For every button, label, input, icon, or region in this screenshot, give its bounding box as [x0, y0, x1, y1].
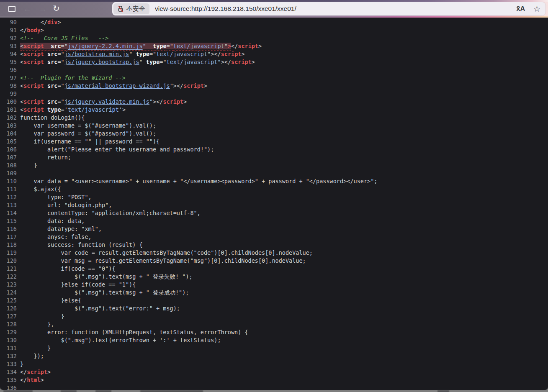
code-token: =' — [61, 106, 68, 113]
reload-button[interactable]: ↻ — [53, 4, 60, 13]
line-number: 131 — [0, 344, 20, 352]
source-line: 128 }, — [0, 320, 548, 328]
tab-icon[interactable] — [8, 6, 15, 12]
line-number: 91 — [0, 26, 20, 34]
source-line: 91</body> — [0, 26, 548, 34]
code-token: </ — [20, 377, 27, 383]
code-token: src — [47, 51, 57, 57]
code-token: script — [23, 82, 44, 89]
code-token: anysc: false, — [20, 233, 92, 240]
line-code: var msg = result.getElementsByTagName("m… — [20, 257, 306, 265]
code-token: < — [20, 51, 23, 57]
source-line: 112 type: "POST", — [0, 193, 548, 201]
source-line: 120 var msg = result.getElementsByTagNam… — [0, 257, 548, 265]
code-token: =" — [167, 43, 173, 49]
line-code: <script type='text/javascript'> — [20, 106, 126, 114]
line-code: </div> — [20, 18, 61, 26]
source-link[interactable]: js/bootstrap.min.js — [64, 51, 129, 57]
forward-button[interactable]: → — [39, 5, 47, 13]
source-line: 92<!-- Core JS Files --> — [0, 34, 548, 42]
code-token: "></ — [207, 51, 221, 57]
source-line: 122 $(".msg").text(msg + " 登录失败! "); — [0, 273, 548, 281]
code-token: $(".msg").text("error:" + msg); — [20, 305, 180, 312]
line-number: 107 — [0, 154, 20, 161]
line-code: </body> — [20, 26, 44, 34]
url-text[interactable]: view-source:http://192.168.218.150/xxe01… — [155, 5, 517, 13]
source-link[interactable]: js/jquery.bootstrap.js — [64, 59, 139, 65]
line-code: var code = result.getElementsByTagName("… — [20, 249, 313, 257]
code-token: html — [27, 377, 41, 383]
code-token: src — [47, 82, 57, 89]
line-code: function doLogin(){ — [20, 114, 85, 122]
source-line: 123 }else if(code == "1"){ — [0, 281, 548, 289]
source-line: 121 if(code == "0"){ — [0, 265, 548, 273]
line-code: $(".msg").text(errorThrown + ':' + textS… — [20, 336, 221, 344]
security-badge-label: 不安全 — [126, 5, 145, 13]
line-number: 117 — [0, 233, 20, 241]
line-code: $(".msg").text("error:" + msg); — [20, 305, 180, 313]
source-line: 115 data: data, — [0, 217, 548, 225]
line-code: $(".msg").text(msg + " 登录成功!"); — [20, 289, 189, 297]
line-number: 134 — [0, 368, 20, 376]
code-token: text/javascript — [68, 106, 119, 113]
search-highlight: <script src="js/jquery-2.2.4.min.js" typ… — [20, 43, 231, 49]
line-code: dataType: "xml", — [20, 225, 102, 233]
code-token: =" — [57, 82, 64, 89]
code-token — [44, 51, 47, 57]
line-code: </script> — [20, 368, 51, 376]
source-link[interactable]: js/material-bootstrap-wizard.js — [64, 82, 170, 89]
source-line: 90 </div> — [0, 18, 548, 26]
line-code: <!-- Core JS Files --> — [20, 34, 108, 42]
code-token: } — [20, 162, 37, 169]
line-number: 123 — [0, 281, 20, 289]
source-line: 107 return; — [0, 154, 548, 161]
code-token: var code = result.getElementsByTagName("… — [20, 249, 313, 256]
code-token: script — [231, 59, 252, 65]
line-code: }else{ — [20, 297, 81, 305]
line-code: var password = $("#password").val(); — [20, 130, 156, 138]
code-token: url: "doLogin.php", — [20, 202, 112, 208]
code-token: src — [47, 59, 57, 65]
code-token: $.ajax({ — [20, 186, 61, 192]
translate-icon[interactable]: x̄A — [517, 5, 525, 13]
code-token: src — [47, 98, 57, 105]
line-code: } — [20, 344, 51, 352]
code-token: '> — [119, 106, 126, 113]
source-line: 97<!-- Plugin for the Wizard --> — [0, 74, 548, 82]
source-line: 126 $(".msg").text("error:" + msg); — [0, 305, 548, 313]
code-token: }); — [20, 353, 44, 359]
source-link[interactable]: js/jquery.validate.min.js — [64, 98, 149, 105]
source-line: 113 url: "doLogin.php", — [0, 201, 548, 209]
code-token: < — [20, 59, 23, 65]
address-bar[interactable]: 不安全 view-source:http://192.168.218.150/x… — [112, 2, 545, 15]
code-token: script — [221, 51, 242, 57]
source-link[interactable]: js/jquery-2.2.4.min.js — [68, 43, 143, 49]
back-button[interactable]: ← — [23, 5, 31, 13]
insecure-lock-icon — [118, 5, 123, 12]
source-line: 135</html> — [0, 376, 548, 384]
line-number: 125 — [0, 297, 20, 305]
source-line: 125 }else{ — [0, 297, 548, 305]
source-line: 124 $(".msg").text(msg + " 登录成功!"); — [0, 289, 548, 297]
source-line: 114 contentType: "application/xml;charse… — [0, 209, 548, 217]
source-line: 104 var password = $("#password").val(); — [0, 130, 548, 138]
code-token — [44, 82, 47, 89]
line-number: 118 — [0, 241, 20, 249]
source-line: 106 alert("Please enter the username and… — [0, 146, 548, 154]
security-badge[interactable]: 不安全 — [113, 3, 149, 14]
line-code: success: function (result) { — [20, 241, 143, 249]
code-token: contentType: "application/xml;charset=ut… — [20, 210, 201, 216]
line-code: alert("Please enter the username and pas… — [20, 146, 214, 154]
code-token: }else{ — [20, 297, 81, 304]
code-token: "></ — [170, 82, 184, 89]
line-number: 108 — [0, 161, 20, 169]
bookmark-star-icon[interactable]: ☆ — [533, 4, 540, 14]
line-number: 98 — [0, 82, 20, 90]
line-code: <script src="js/jquery.validate.min.js">… — [20, 98, 187, 106]
code-token: dataType: "xml", — [20, 225, 102, 232]
line-code: }); — [20, 352, 44, 360]
code-token: type — [153, 43, 167, 49]
line-number: 126 — [0, 305, 20, 313]
source-line: 105 if(username == "" || password == "")… — [0, 138, 548, 146]
code-token: </ — [231, 43, 238, 49]
